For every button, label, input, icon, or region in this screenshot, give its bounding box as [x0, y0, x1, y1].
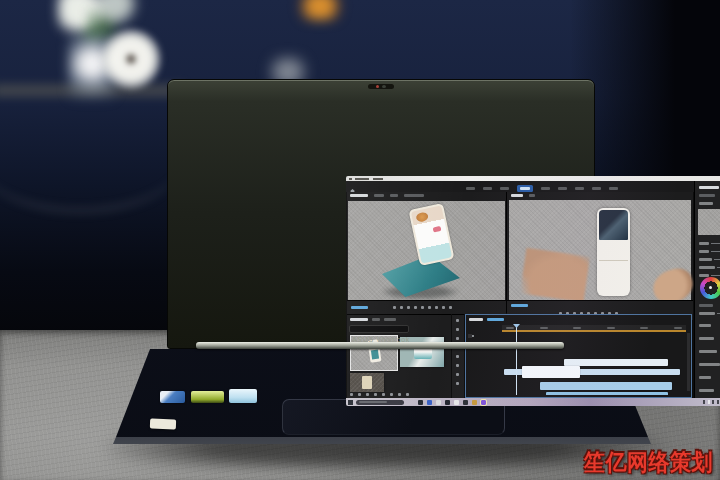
ruler-tick	[674, 327, 682, 329]
chair-curve	[0, 112, 180, 213]
os-taskbar	[346, 398, 720, 406]
monitor-tab	[404, 194, 424, 197]
timeline-scrollbar	[687, 333, 690, 391]
taskbar-app-icon	[481, 400, 486, 405]
workspace-tab	[558, 187, 567, 190]
taskbar-app-icon	[463, 400, 468, 405]
panel-button-icon	[382, 393, 385, 396]
tool-icon	[456, 355, 459, 358]
transport-button-icon	[407, 306, 410, 309]
taskbar-app-icon	[454, 400, 459, 405]
tray-icon	[708, 400, 710, 404]
webcam-lens-icon	[382, 85, 386, 88]
transport-button-icon	[428, 306, 431, 309]
panel-button-icon	[366, 393, 369, 396]
screen-photo-blob	[415, 211, 429, 222]
transport-button-icon	[400, 306, 403, 309]
workspace-tabs	[466, 185, 618, 192]
source-timecode	[351, 306, 368, 309]
monitor-tab	[390, 194, 398, 197]
timeline-clip	[522, 366, 580, 378]
transport-button-icon	[442, 306, 445, 309]
panel-button-icon	[350, 393, 353, 396]
left-hand	[520, 248, 590, 302]
workspace-tab	[575, 187, 584, 190]
feature-sticker	[229, 389, 257, 403]
cpu-sticker	[160, 391, 185, 403]
workspace-bar	[346, 181, 720, 192]
tools-strip	[452, 314, 464, 399]
tool-icon	[456, 328, 459, 331]
monitor-tab	[374, 194, 384, 197]
ruler-tick	[640, 327, 648, 329]
workspace-tab	[609, 187, 618, 190]
toggle-row	[699, 347, 720, 355]
taskbar-search-box	[356, 400, 404, 405]
source-transport-bar	[347, 300, 506, 314]
toggle-row	[699, 386, 720, 394]
tool-icon	[456, 382, 459, 385]
timeline-clip	[546, 392, 668, 395]
watermark-text: 笙亿网络策划	[584, 447, 716, 477]
webcam-led	[376, 85, 379, 88]
phone-cover-screen	[599, 210, 628, 240]
taskbar-app-icon	[445, 400, 450, 405]
taskbar-app-icons	[418, 400, 486, 405]
transport-button-icon	[414, 306, 417, 309]
monitor-tab	[511, 194, 523, 197]
source-monitor-panel	[347, 192, 507, 313]
ruler-tick	[607, 327, 615, 329]
monitor-tab	[350, 194, 368, 197]
tool-icon	[456, 364, 459, 367]
panel-button-icon	[398, 393, 401, 396]
taskbar-app-icon	[427, 400, 432, 405]
gpu-sticker	[191, 391, 224, 403]
timeline-timecode	[487, 318, 504, 321]
phone-fold-seam	[599, 260, 628, 261]
flip-phone-upper-half	[408, 203, 454, 266]
program-monitor-video	[509, 200, 691, 300]
slider-row	[699, 271, 720, 279]
workspace-tab-active	[517, 185, 533, 192]
ruler-tick	[540, 327, 548, 329]
laptop-lid: ASUS Vivobook	[167, 79, 595, 349]
workspace-tab	[592, 187, 601, 190]
slider-row	[699, 263, 720, 271]
timeline-panel	[465, 314, 692, 398]
screen-pink-element	[433, 226, 442, 233]
project-search-field	[349, 325, 409, 333]
toggle-row	[699, 360, 720, 368]
taskbar-app-icon	[436, 400, 441, 405]
laptop-screen	[346, 176, 720, 406]
round-paper-fan	[100, 28, 162, 90]
webcam	[368, 84, 394, 89]
panel-button-icon	[406, 393, 409, 396]
source-transport-buttons	[393, 306, 452, 309]
workspace-tab	[500, 187, 509, 190]
project-panel-buttons	[350, 393, 409, 396]
panel-button-icon	[390, 393, 393, 396]
project-panel	[347, 314, 451, 399]
color-panel-preview	[698, 209, 720, 235]
front-label	[150, 419, 176, 430]
monitor-tab	[529, 194, 535, 197]
tool-icon	[456, 373, 459, 376]
workspace-tab	[483, 187, 492, 190]
taskbar-app-icon	[418, 400, 423, 405]
tool-icon	[456, 319, 459, 322]
slider-row	[699, 255, 720, 263]
panel-button-icon	[358, 393, 361, 396]
panel-button-icon	[374, 393, 377, 396]
tool-icons	[456, 319, 459, 385]
source-monitor-tabs	[350, 194, 424, 197]
transport-button-icon	[435, 306, 438, 309]
toggle-row	[699, 373, 720, 381]
clip-thumbnail-partial	[350, 373, 384, 392]
timeline-ruler	[502, 325, 686, 332]
workspace-tab	[541, 187, 550, 190]
tray-icon	[717, 400, 719, 404]
toggle-row	[699, 321, 720, 329]
toggle-row	[699, 334, 720, 342]
ruler-tick	[573, 327, 581, 329]
program-monitor-tabs	[511, 194, 535, 197]
